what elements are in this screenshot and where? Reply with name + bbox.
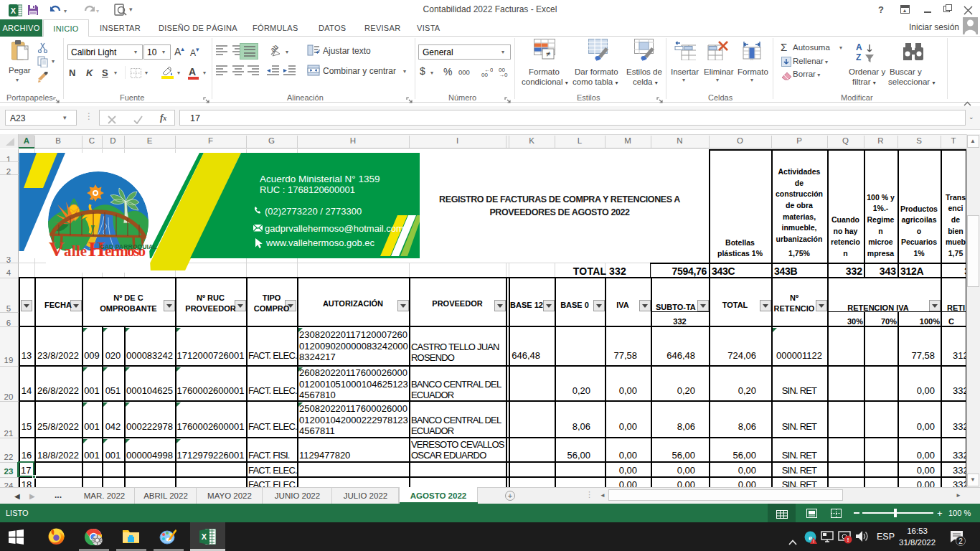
svg-text:alle: alle <box>64 242 87 260</box>
svg-text:X: X <box>202 532 207 541</box>
svg-text:ab: ab <box>270 44 279 53</box>
svg-text:(02)2773220 / 2773300: (02)2773220 / 2773300 <box>265 206 362 217</box>
svg-text:!: ! <box>847 537 849 543</box>
svg-text:!: ! <box>813 539 814 544</box>
svg-text:GAD PARROQUIAL: GAD PARROQUIAL <box>100 243 157 250</box>
svg-text:V: V <box>49 237 65 260</box>
svg-text:00: 00 <box>481 72 488 77</box>
svg-text:≠: ≠ <box>546 50 550 58</box>
svg-text:A: A <box>856 42 862 52</box>
svg-text:RUC : 1768120600001: RUC : 1768120600001 <box>260 184 355 195</box>
svg-text:→0: →0 <box>499 72 508 77</box>
svg-text:X: X <box>11 6 17 15</box>
svg-text:gadprvallehermoso@hotmail.com: gadprvallehermoso@hotmail.com <box>265 223 404 234</box>
svg-text:Acuerdo Ministerial N° 1359: Acuerdo Ministerial N° 1359 <box>260 174 380 184</box>
svg-text:www.vallehermoso.gob.ec: www.vallehermoso.gob.ec <box>265 237 375 248</box>
svg-text:Z: Z <box>856 52 861 62</box>
